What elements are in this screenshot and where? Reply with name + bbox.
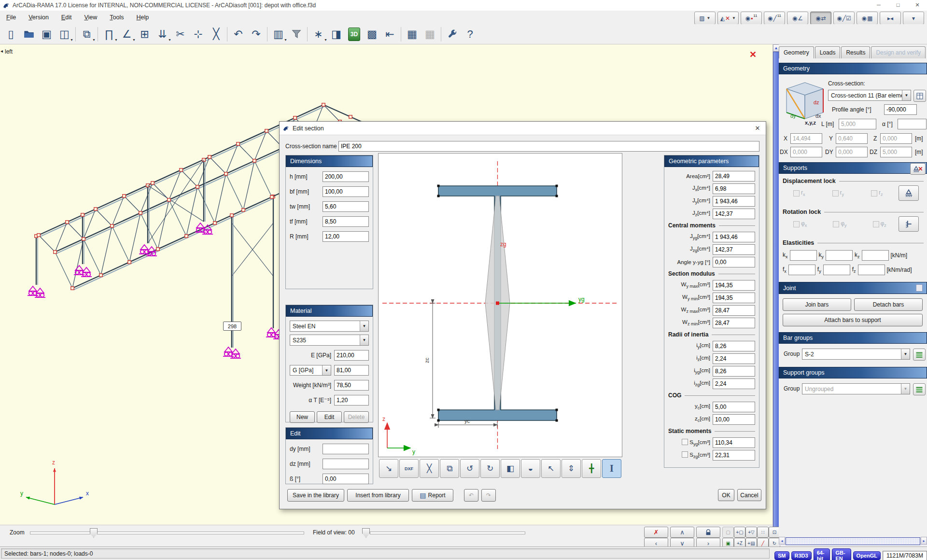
weight-input[interactable] [334,380,369,391]
pan-up-button[interactable]: ∧ [670,527,694,538]
structure-axes-button[interactable]: ∗▼ [309,26,327,42]
dialog-close-button[interactable]: ✕ [751,123,764,133]
render-style-button[interactable]: ▨▼ [694,12,716,25]
tab-results[interactable]: Results [841,46,870,58]
gp-value-15[interactable] [713,353,755,364]
calculator-button[interactable]: ▦ [403,26,421,42]
delete-button[interactable]: ╳ [207,26,225,42]
alpha-input[interactable] [898,119,927,129]
insert-from-library-button[interactable]: Insert from library [347,489,409,502]
settings-wrench-button[interactable] [443,26,461,42]
menu-edit[interactable]: Edit [55,12,78,23]
save-layout-button[interactable]: ◫▼ [56,26,73,42]
add-marker-button[interactable]: +▽ [745,527,757,538]
gp-value-10[interactable] [713,293,755,303]
material-edit-button[interactable]: Edit [317,411,342,423]
dimension-input-2[interactable] [323,201,369,212]
delete-section-button[interactable]: ╳ [420,459,439,478]
save-in-library-button[interactable]: Save in the library [287,489,344,502]
copy-section-button[interactable]: ⧉ [440,459,459,478]
e-modulus-input[interactable] [334,350,369,361]
material-new-button[interactable]: New [290,411,315,423]
rotate-left-button[interactable]: ↺ [460,459,479,478]
rotation-support-button[interactable] [899,216,919,232]
gp-value-9[interactable] [713,280,755,291]
ok-button[interactable]: OK [718,489,734,501]
gp-value-19[interactable] [713,402,755,412]
gp-value-2[interactable] [713,196,755,207]
new-document-button[interactable]: ▯ [2,26,20,42]
lock-view-button[interactable] [696,527,720,538]
menu-help[interactable]: Help [130,12,155,23]
g-modulus-input[interactable] [334,365,369,376]
gp-value-11[interactable] [713,305,755,316]
gp-value-14[interactable] [713,341,755,351]
redo-button[interactable]: ↷ [247,26,265,42]
fov-slider-track[interactable] [370,532,525,534]
ky-input[interactable] [826,250,853,261]
show-nodes-button[interactable]: ◉▪11 [741,12,762,25]
attach-bars-to-support-button[interactable]: Attach bars to support [783,314,923,326]
visibility-filter-button[interactable]: ◭✕▼ [717,12,739,25]
sidebar-horizontal-scrollbar[interactable]: ◂ ▸ [779,537,927,546]
collapse-panel-button[interactable]: ▸◂ [880,12,901,25]
fz-input[interactable] [858,265,885,275]
frame-generator-button[interactable]: ∏▼ [100,26,118,42]
gp-value-1[interactable] [713,183,755,194]
delete-support-button[interactable]: ✕ [910,163,926,175]
status-badge-gb-en[interactable]: GB-EN [832,548,851,560]
gp-value-16[interactable] [713,366,755,377]
zoom-slider-track[interactable] [30,532,304,534]
g-modulus-select[interactable]: G [GPa] ▼ [290,365,331,376]
mirror-horizontal-button[interactable]: ◒ [521,459,540,478]
status-badge-r3d3[interactable]: R3D3 [791,551,812,560]
dimension-input-3[interactable] [323,216,369,227]
status-badge-sm[interactable]: SM [774,551,789,560]
mirror-vertical-button[interactable]: ◧ [501,459,520,478]
detach-bars-button[interactable]: Detach bars [854,298,923,311]
cross-section-select[interactable]: Cross-section 11 (Bar eleme... ▼ [828,90,911,101]
move-section-button[interactable]: ↖ [541,459,561,478]
undo-button[interactable]: ↶ [229,26,247,42]
edit-field-input-2[interactable] [323,474,369,484]
section-planes-button[interactable]: ▥▼ [269,26,287,42]
zoom-slider-thumb[interactable] [90,528,98,538]
alpha-t-input[interactable] [334,395,369,406]
menu-version[interactable]: Version [22,12,55,23]
displacement-support-button[interactable] [899,185,919,201]
dock-bottom-button[interactable]: ▾ [903,12,924,25]
minimize-button[interactable]: ─ [869,0,888,10]
gp-value-5[interactable] [713,232,755,242]
gp-value-23[interactable] [713,450,755,461]
cut-button[interactable]: ✂ [171,26,189,42]
show-dimensions-button[interactable]: ◉⇄ [810,12,831,25]
add-bar-button[interactable]: ∠▼ [118,26,136,42]
tab-geometry[interactable]: Geometry [779,46,814,58]
copy-bars-button[interactable]: ⊞ [136,26,154,42]
status-badge-64-bit[interactable]: 64-bit [814,548,830,560]
close-button[interactable]: ✕ [908,0,927,10]
section-name-input[interactable] [338,141,759,152]
gp-value-0[interactable] [713,171,755,182]
menu-view[interactable]: View [78,12,103,23]
fov-slider-thumb[interactable] [362,528,370,538]
join-bars-button[interactable]: Join bars [783,298,851,311]
dimension-input-1[interactable] [323,186,369,197]
filter-button[interactable] [287,26,305,42]
gp-checkbox[interactable] [682,439,688,445]
add-rect-button[interactable]: +▢ [734,527,745,538]
vertical-scrollbar[interactable]: ▲ ▼ [772,44,779,546]
gp-value-3[interactable] [713,209,755,219]
kz-input[interactable] [862,250,889,261]
rotate-right-button[interactable]: ↻ [480,459,500,478]
show-supports-button[interactable]: ◉∠ [787,12,808,25]
export-dxf-button[interactable]: DXF [399,459,419,478]
bar-groups-manager-button[interactable] [913,349,926,361]
material-type-select[interactable]: Steel EN ▼ [290,321,369,332]
fy-input[interactable] [823,265,850,275]
gp-value-17[interactable] [713,378,755,389]
tab-loads[interactable]: Loads [815,46,841,58]
save-button[interactable]: ▣ [38,26,56,42]
edit-field-input-0[interactable] [323,444,369,454]
loads-button[interactable]: ⇊▼ [154,26,171,42]
